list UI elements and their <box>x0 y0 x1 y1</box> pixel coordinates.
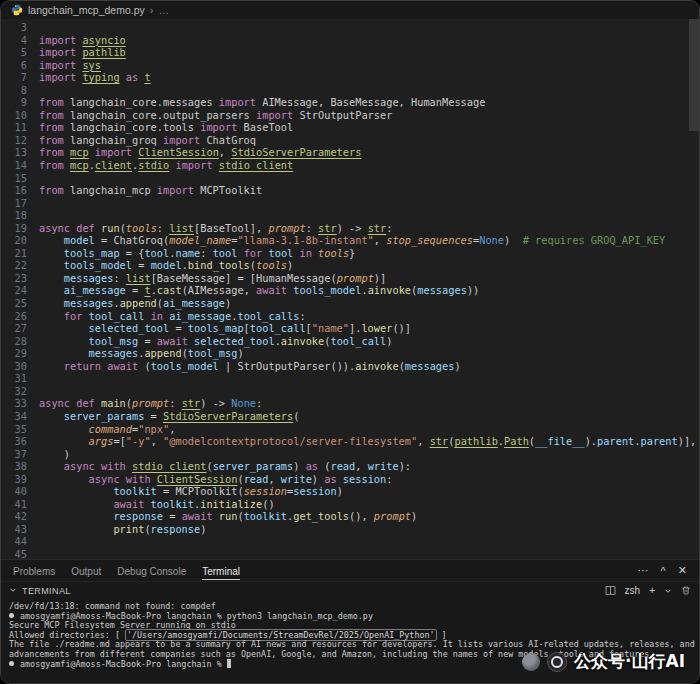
code-line[interactable]: from langchain_mcp import MCPToolkit <box>39 184 699 197</box>
code-line[interactable]: tools_map = {tool.name: tool for tool in… <box>39 247 699 260</box>
line-number[interactable]: 21 <box>1 247 27 260</box>
code-line[interactable]: from langchain_core.tools import BaseToo… <box>39 121 699 134</box>
code-line[interactable]: selected_tool = tools_map[tool_call["nam… <box>39 322 699 335</box>
code-line[interactable]: async def main(prompt: str) -> None: <box>39 397 699 410</box>
code-line[interactable]: from mcp.client.stdio import stdio_clien… <box>39 159 699 172</box>
code-line[interactable]: ai_message = t.cast(AIMessage, await too… <box>39 284 699 297</box>
tab-debug-console[interactable]: Debug Console <box>117 562 186 579</box>
code-line[interactable]: server_params = StdioServerParameters( <box>39 410 699 423</box>
code-line[interactable]: from langchain_core.messages import AIMe… <box>39 96 699 109</box>
code-line[interactable] <box>39 84 699 97</box>
line-number[interactable]: 6 <box>1 59 27 72</box>
code-line[interactable]: from langchain_groq import ChatGroq <box>39 134 699 147</box>
line-number[interactable]: 42 <box>1 510 27 523</box>
code-line[interactable]: command="npx", <box>39 423 699 436</box>
line-number[interactable]: 36 <box>1 435 27 448</box>
line-number[interactable]: 24 <box>1 284 27 297</box>
split-terminal-icon[interactable] <box>605 585 616 596</box>
line-number[interactable]: 15 <box>1 172 27 185</box>
line-number[interactable]: 38 <box>1 460 27 473</box>
line-number[interactable]: 16 <box>1 184 27 197</box>
line-number[interactable]: 8 <box>1 84 27 97</box>
line-number[interactable]: 41 <box>1 498 27 511</box>
line-number[interactable]: 22 <box>1 259 27 272</box>
tab-problems[interactable]: Problems <box>13 562 55 579</box>
code-line[interactable]: print(response) <box>39 523 699 536</box>
terminal-profiles-chevron-icon[interactable] <box>664 587 672 595</box>
line-number[interactable]: 35 <box>1 423 27 436</box>
code-line[interactable] <box>39 21 699 34</box>
line-number[interactable]: 37 <box>1 448 27 461</box>
code-line[interactable]: messages.append(ai_message) <box>39 297 699 310</box>
close-panel-icon[interactable]: ✕ <box>678 564 687 577</box>
line-number[interactable]: 14 <box>1 159 27 172</box>
line-number[interactable]: 43 <box>1 523 27 536</box>
line-number[interactable]: 5 <box>1 46 27 59</box>
code-line[interactable]: tool_msg = await selected_tool.ainvoke(t… <box>39 335 699 348</box>
code-line[interactable]: import typing as t <box>39 71 699 84</box>
line-number[interactable]: 17 <box>1 197 27 210</box>
breadcrumb-file-name[interactable]: langchain_mcp_demo.py <box>28 4 145 16</box>
line-number[interactable]: 27 <box>1 322 27 335</box>
code-line[interactable]: for tool_call in ai_message.tool_calls: <box>39 310 699 323</box>
code-line[interactable]: args=["-y", "@modelcontextprotocol/serve… <box>39 435 699 448</box>
code-line[interactable]: import asyncio <box>39 34 699 47</box>
kill-terminal-icon[interactable] <box>681 585 691 596</box>
line-number[interactable]: 4 <box>1 34 27 47</box>
line-number[interactable]: 45 <box>1 548 27 559</box>
maximize-panel-icon[interactable]: ^ <box>661 565 666 577</box>
terminal-section-header[interactable]: TERMINAL zsh + <box>1 582 699 599</box>
tab-terminal[interactable]: Terminal <box>202 562 240 580</box>
code-line[interactable] <box>39 172 699 185</box>
code-line[interactable] <box>39 372 699 385</box>
line-number[interactable]: 12 <box>1 134 27 147</box>
line-number[interactable]: 9 <box>1 96 27 109</box>
line-number[interactable]: 33 <box>1 397 27 410</box>
code-line[interactable]: toolkit = MCPToolkit(session=session) <box>39 485 699 498</box>
code-line[interactable]: import pathlib <box>39 46 699 59</box>
shell-label[interactable]: zsh <box>625 585 641 596</box>
line-number[interactable]: 40 <box>1 485 27 498</box>
new-terminal-icon[interactable]: + <box>649 585 655 596</box>
code-line[interactable]: async with stdio_client(server_params) a… <box>39 460 699 473</box>
code-line[interactable] <box>39 535 699 548</box>
editor-scrollbar[interactable] <box>689 19 699 131</box>
code-line[interactable] <box>39 385 699 398</box>
code-editor[interactable]: 3456789101112131415161718192021222324252… <box>1 19 699 559</box>
code-line[interactable]: response = await run(toolkit.get_tools()… <box>39 510 699 523</box>
line-number[interactable]: 20 <box>1 234 27 247</box>
code-line[interactable]: return await (tools_model | StrOutputPar… <box>39 360 699 373</box>
code-line[interactable]: from mcp import ClientSession, StdioServ… <box>39 146 699 159</box>
line-number[interactable]: 32 <box>1 385 27 398</box>
code-line[interactable]: ) <box>39 448 699 461</box>
tab-output[interactable]: Output <box>71 562 101 579</box>
code-line[interactable]: model = ChatGroq(model_name="llama-3.1-8… <box>39 234 699 247</box>
line-number[interactable]: 29 <box>1 347 27 360</box>
line-number[interactable]: 10 <box>1 109 27 122</box>
code-line[interactable]: import sys <box>39 59 699 72</box>
line-number[interactable]: 31 <box>1 372 27 385</box>
code-line[interactable] <box>39 197 699 210</box>
editor-code[interactable]: import asyncioimport pathlibimport sysim… <box>27 19 699 559</box>
code-line[interactable]: tools_model = model.bind_tools(tools) <box>39 259 699 272</box>
editor-gutter[interactable]: 3456789101112131415161718192021222324252… <box>1 19 27 559</box>
line-number[interactable]: 25 <box>1 297 27 310</box>
line-number[interactable]: 26 <box>1 310 27 323</box>
line-number[interactable]: 28 <box>1 335 27 348</box>
code-line[interactable]: async def run(tools: list[BaseTool], pro… <box>39 222 699 235</box>
breadcrumb[interactable]: langchain_mcp_demo.py › … <box>1 1 699 19</box>
line-number[interactable]: 34 <box>1 410 27 423</box>
more-actions-icon[interactable]: ⋯ <box>638 564 649 577</box>
code-line[interactable]: async with ClientSession(read, write) as… <box>39 473 699 486</box>
line-number[interactable]: 19 <box>1 222 27 235</box>
line-number[interactable]: 23 <box>1 272 27 285</box>
line-number[interactable]: 7 <box>1 71 27 84</box>
code-line[interactable]: messages: list[BaseMessage] = [HumanMess… <box>39 272 699 285</box>
code-line[interactable]: messages.append(tool_msg) <box>39 347 699 360</box>
line-number[interactable]: 3 <box>1 21 27 34</box>
line-number[interactable]: 44 <box>1 535 27 548</box>
breadcrumb-symbol-ellipsis[interactable]: … <box>158 4 169 16</box>
code-line[interactable] <box>39 548 699 559</box>
code-line[interactable]: from langchain_core.output_parsers impor… <box>39 109 699 122</box>
line-number[interactable]: 11 <box>1 121 27 134</box>
